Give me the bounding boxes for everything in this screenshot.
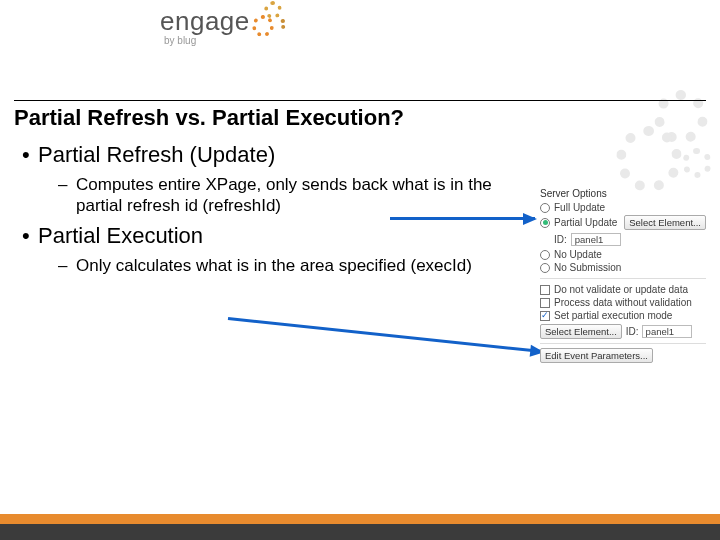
check-label: Set partial execution mode — [554, 310, 672, 321]
slide-title: Partial Refresh vs. Partial Execution? — [14, 105, 706, 131]
radio-icon — [540, 218, 550, 228]
bullet-partial-refresh: Partial Refresh (Update) — [22, 142, 532, 168]
id-label: ID: — [554, 234, 567, 245]
option-no-submission[interactable]: No Submission — [540, 261, 706, 274]
gear-icon — [246, 0, 296, 41]
partial-update-id-row: ID: panel1 — [554, 233, 706, 246]
exec-id-row: Select Element... ID: panel1 — [540, 324, 706, 339]
exec-id-field[interactable]: panel1 — [642, 325, 692, 338]
check-set-partial-exec[interactable]: Set partial execution mode — [540, 309, 706, 322]
slide-footer — [0, 514, 720, 540]
check-label: Process data without validation — [554, 297, 692, 308]
server-options-panel: Server Options Full Update Partial Updat… — [540, 188, 706, 365]
edit-event-parameters-button[interactable]: Edit Event Parameters... — [540, 348, 653, 363]
brand-logo: engage by blug — [160, 6, 296, 46]
bullet-partial-refresh-detail: Computes entire XPage, only sends back w… — [58, 174, 532, 217]
radio-icon — [540, 263, 550, 273]
option-label: Partial Update — [554, 217, 617, 228]
checkbox-icon — [540, 298, 550, 308]
option-full-update[interactable]: Full Update — [540, 201, 706, 214]
partial-update-id-field[interactable]: panel1 — [571, 233, 621, 246]
arrow-refresh-to-panel — [390, 217, 535, 220]
radio-icon — [540, 250, 550, 260]
check-no-validate[interactable]: Do not validate or update data — [540, 283, 706, 296]
option-label: No Update — [554, 249, 602, 260]
radio-icon — [540, 203, 550, 213]
title-row: Partial Refresh vs. Partial Execution? — [14, 100, 706, 131]
check-label: Do not validate or update data — [554, 284, 688, 295]
id-label: ID: — [626, 326, 639, 337]
bullet-partial-execution-detail: Only calculates what is in the area spec… — [58, 255, 532, 276]
panel-separator — [540, 278, 706, 279]
option-label: Full Update — [554, 202, 605, 213]
logo-byline: by blug — [164, 35, 250, 46]
checkbox-icon — [540, 311, 550, 321]
slide-body: Partial Refresh (Update) Computes entire… — [22, 142, 532, 282]
arrow-exec-to-panel — [228, 317, 543, 353]
bullet-partial-execution: Partial Execution — [22, 223, 532, 249]
panel-title: Server Options — [540, 188, 706, 199]
select-element-button-2[interactable]: Select Element... — [540, 324, 622, 339]
check-process-without-validation[interactable]: Process data without validation — [540, 296, 706, 309]
checkbox-icon — [540, 285, 550, 295]
select-element-button[interactable]: Select Element... — [624, 215, 706, 230]
panel-separator — [540, 343, 706, 344]
option-no-update[interactable]: No Update — [540, 248, 706, 261]
logo-word: engage — [160, 6, 250, 36]
option-label: No Submission — [554, 262, 621, 273]
option-partial-update[interactable]: Partial Update Select Element... — [540, 214, 706, 231]
